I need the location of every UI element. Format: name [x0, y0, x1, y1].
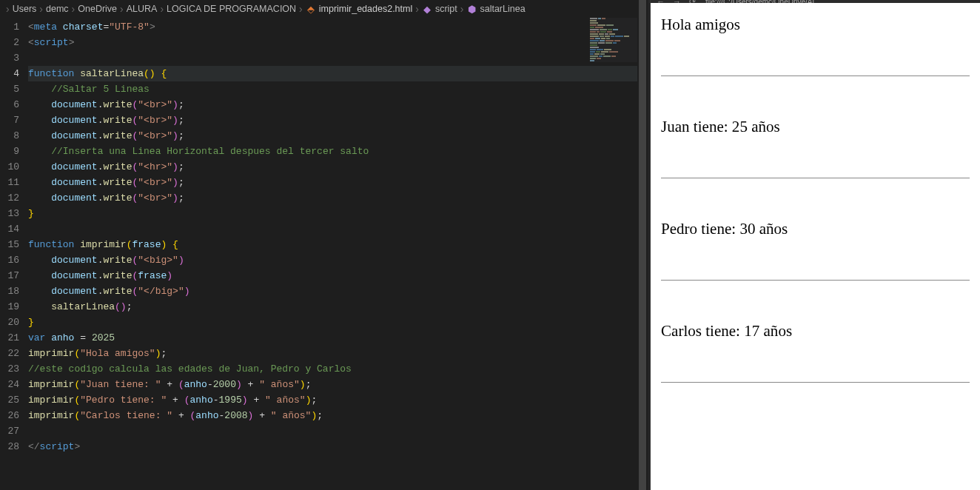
breadcrumb-item[interactable]: demc [46, 4, 69, 14]
line-number: 13 [0, 206, 19, 221]
line-number: 27 [0, 423, 19, 439]
line-number: 8 [0, 128, 19, 144]
breadcrumb-item[interactable]: LOGICA DE PROGRAMACION [167, 4, 296, 14]
line-number: 26 [0, 408, 19, 423]
code-line[interactable] [28, 423, 648, 439]
breadcrumb-symbol[interactable]: saltarLinea [480, 4, 525, 14]
line-number: 21 [0, 330, 19, 346]
line-number: 2 [0, 35, 19, 50]
symbol-method-icon: ⬢ [466, 4, 477, 14]
line-number: 19 [0, 299, 19, 315]
breadcrumb-symbol[interactable]: script [435, 4, 457, 14]
output-text: Juan tiene: 25 años [661, 118, 780, 135]
html-file-icon: ⬘ [306, 4, 316, 14]
line-number: 22 [0, 346, 19, 361]
code-line[interactable]: } [28, 206, 648, 221]
code-line[interactable]: document.write("<br>"); [28, 190, 648, 206]
chevron-right-icon: › [6, 3, 10, 15]
code-area: 1234567891011121314151617181920212223242… [0, 18, 648, 490]
code-line[interactable]: //este codigo calcula las edades de Juan… [28, 361, 648, 377]
output-divider [661, 75, 970, 76]
forward-icon[interactable]: → [673, 0, 682, 3]
chevron-right-icon: › [160, 3, 164, 15]
output-text: Pedro tiene: 30 años [661, 220, 788, 238]
chevron-right-icon: › [72, 3, 75, 15]
code-line[interactable]: document.write("<big>") [28, 252, 648, 268]
code-line[interactable]: imprimir("Hola amigos"); [28, 346, 648, 361]
code-line[interactable]: document.write("<hr>"); [28, 159, 648, 175]
line-number: 17 [0, 268, 19, 283]
reload-icon[interactable]: ⟳ [689, 0, 698, 3]
code-line[interactable]: <script> [28, 35, 648, 50]
browser-viewport[interactable]: Hola amigosJuan tiene: 25 añosPedro tien… [651, 3, 980, 435]
breadcrumb-item[interactable]: Users [13, 4, 37, 14]
line-number: 10 [0, 159, 19, 175]
line-number: 12 [0, 190, 19, 206]
line-number: 20 [0, 315, 19, 330]
chevron-right-icon: › [120, 3, 124, 15]
code-line[interactable]: saltarLinea(); [28, 299, 648, 315]
line-number: 15 [0, 237, 19, 252]
code-line[interactable]: document.write("<br>"); [28, 113, 648, 128]
code-line[interactable] [28, 50, 648, 66]
code-line[interactable]: function imprimir(frase) { [28, 237, 648, 252]
chevron-right-icon: › [415, 3, 419, 15]
line-number: 24 [0, 377, 19, 392]
line-number: 4 [0, 66, 19, 81]
output-divider [661, 178, 970, 178]
chevron-right-icon: › [39, 3, 43, 15]
scrollbar-thumb[interactable] [639, 0, 646, 490]
line-number: 9 [0, 144, 19, 159]
code-line[interactable]: //Saltar 5 Lineas [28, 81, 648, 97]
code-line[interactable]: document.write("<br>"); [28, 97, 648, 113]
line-number: 7 [0, 113, 19, 128]
line-number: 11 [0, 175, 19, 190]
line-number: 28 [0, 439, 19, 454]
code-line[interactable]: function saltarLinea() { [28, 66, 648, 81]
chevron-right-icon: › [460, 3, 464, 15]
code-line[interactable]: <meta charset="UTF-8"> [28, 19, 648, 35]
output-text: Carlos tiene: 17 años [661, 322, 792, 340]
editor-pane: › Users › demc › OneDrive › ALURA › LOGI… [0, 0, 648, 490]
line-number: 16 [0, 252, 19, 268]
line-number-gutter: 1234567891011121314151617181920212223242… [0, 18, 28, 490]
breadcrumb-item[interactable]: OneDrive [78, 4, 117, 14]
code-line[interactable]: imprimir("Juan tiene: " + (anho-2000) + … [28, 377, 648, 392]
line-number: 25 [0, 392, 19, 408]
minimap[interactable] [590, 18, 639, 62]
breadcrumb-item[interactable]: ALURA [127, 4, 158, 14]
output-divider [661, 382, 970, 383]
code-line[interactable]: //Inserta una Linea Horizontal despues d… [28, 144, 648, 159]
output-divider [661, 280, 970, 281]
code-line[interactable]: imprimir("Carlos tiene: " + (anho-2008) … [28, 408, 648, 423]
back-icon[interactable]: ← [657, 0, 665, 3]
symbol-namespace-icon: ◆ [422, 4, 432, 14]
breadcrumb: › Users › demc › OneDrive › ALURA › LOGI… [0, 0, 648, 18]
line-number: 6 [0, 97, 19, 113]
line-number: 5 [0, 81, 19, 97]
code-line[interactable]: document.write("<br>"); [28, 128, 648, 144]
code-editor[interactable]: <meta charset="UTF-8"><script>function s… [28, 18, 648, 490]
vertical-scrollbar[interactable] [637, 0, 648, 490]
output-text: Hola amigos [661, 16, 740, 33]
code-line[interactable]: </script> [28, 439, 648, 454]
code-line[interactable]: imprimir("Pedro tiene: " + (anho-1995) +… [28, 392, 648, 408]
browser-pane: ← → ⟳ file:///C:/Users/demc/OneDrive/AL … [651, 0, 980, 490]
code-line[interactable]: document.write(frase) [28, 268, 648, 283]
breadcrumb-file[interactable]: imprimir_edades2.html [319, 4, 412, 14]
line-number: 14 [0, 221, 19, 237]
code-line[interactable]: } [28, 315, 648, 330]
code-line[interactable] [28, 221, 648, 237]
code-line[interactable]: var anho = 2025 [28, 330, 648, 346]
code-line[interactable]: document.write("</big>") [28, 283, 648, 299]
line-number: 3 [0, 50, 19, 66]
code-line[interactable]: document.write("<br>"); [28, 175, 648, 190]
line-number: 23 [0, 361, 19, 377]
line-number: 1 [0, 19, 19, 35]
line-number: 18 [0, 283, 19, 299]
address-bar-text[interactable]: file:///C:/Users/demc/OneDrive/AL [705, 0, 816, 3]
chevron-right-icon: › [299, 3, 303, 15]
